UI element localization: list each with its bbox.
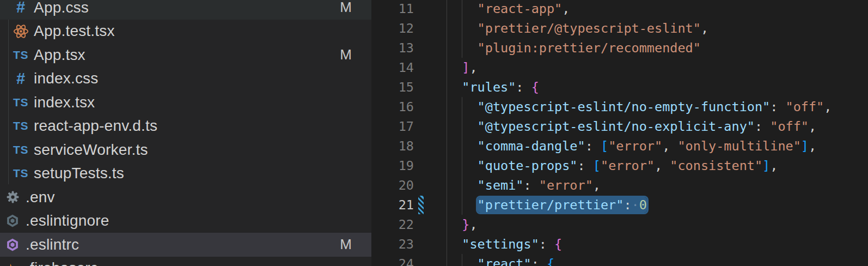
code-text: ], xyxy=(447,58,478,77)
eslint-icon xyxy=(5,213,20,228)
file-name: App.css xyxy=(34,0,89,16)
file-row[interactable]: .eslintrcM xyxy=(0,233,371,257)
line-number: 14 xyxy=(371,58,414,77)
ts-icon: TS xyxy=(13,119,28,132)
file-row[interactable]: TSsetupTests.ts xyxy=(0,162,371,186)
ts-icon: TS xyxy=(13,143,28,156)
line-number: 24 xyxy=(371,254,414,266)
code-text: "plugin:prettier/recommended" xyxy=(447,38,701,58)
code-editor[interactable]: 11 "react-app",12 "prettier/@typescript-… xyxy=(371,0,868,266)
file-name: .eslintrc xyxy=(26,236,79,253)
file-row[interactable]: TSApp.tsxM xyxy=(0,43,371,67)
code-line-13[interactable]: 13 "plugin:prettier/recommended" xyxy=(371,38,868,58)
css-icon: # xyxy=(16,0,25,16)
file-name: index.css xyxy=(34,70,99,87)
file-row[interactable]: .eslintignore xyxy=(0,209,371,233)
modified-badge: M xyxy=(340,236,352,253)
selection-highlight: "prettier/prettier":·0 xyxy=(478,197,647,213)
ts-icon: TS xyxy=(13,49,28,62)
file-row[interactable]: #index.css xyxy=(0,67,371,91)
code-text: "react": { xyxy=(447,254,554,266)
line-number: 17 xyxy=(371,117,414,136)
file-name: .eslintignore xyxy=(26,212,109,229)
code-text: }, xyxy=(447,215,478,234)
code-line-14[interactable]: 14 ], xyxy=(371,58,868,77)
code-text: "rules": { xyxy=(447,77,539,97)
code-text: "@typescript-eslint/no-explicit-any": "o… xyxy=(447,117,816,136)
code-text: "@typescript-eslint/no-empty-function": … xyxy=(447,97,832,117)
modified-badge: M xyxy=(340,0,352,16)
ts-icon: TS xyxy=(13,167,28,180)
code-line-20[interactable]: 20 "semi": "error", xyxy=(371,176,868,195)
line-number: 11 xyxy=(371,0,414,19)
code-text: "semi": "error", xyxy=(447,176,601,195)
code-text: "comma-dangle": ["error", "only-multilin… xyxy=(447,136,816,156)
file-row[interactable]: .firebaserc xyxy=(0,257,371,266)
file-name: App.tsx xyxy=(34,46,85,64)
code-line-15[interactable]: 15 "rules": { xyxy=(371,77,868,97)
file-row[interactable]: TSreact-app-env.d.ts xyxy=(0,114,371,138)
gutter-modified-indicator xyxy=(418,196,424,214)
ts-icon: TS xyxy=(13,96,28,109)
react-icon xyxy=(13,23,29,40)
code-text: "prettier/@typescript-eslint", xyxy=(447,19,708,38)
file-list: #App.cssMApp.test.tsxTSApp.tsxM#index.cs… xyxy=(0,0,371,266)
code-line-24[interactable]: 24 "react": { xyxy=(371,254,868,266)
code-text: "settings": { xyxy=(447,234,562,254)
file-name: index.tsx xyxy=(34,94,95,111)
eslint-icon xyxy=(5,237,20,252)
file-name: setupTests.ts xyxy=(34,165,124,182)
code-line-17[interactable]: 17 "@typescript-eslint/no-explicit-any":… xyxy=(371,117,868,136)
file-name: .firebaserc xyxy=(26,259,98,266)
line-number: 20 xyxy=(371,176,414,195)
code-line-21[interactable]: 21 "prettier/prettier":·0 xyxy=(371,195,868,215)
line-number: 15 xyxy=(371,77,414,97)
code-line-19[interactable]: 19 "quote-props": ["error", "consistent"… xyxy=(371,156,868,176)
file-row[interactable]: App.test.tsx xyxy=(0,20,371,44)
gear-icon xyxy=(6,190,20,204)
file-name: App.test.tsx xyxy=(34,22,115,40)
file-name: .env xyxy=(26,189,55,206)
code-lines: 11 "react-app",12 "prettier/@typescript-… xyxy=(371,0,868,266)
file-row[interactable]: #App.cssM xyxy=(0,0,371,20)
line-number: 19 xyxy=(371,156,414,176)
firebase-icon xyxy=(5,261,20,266)
modified-badge: M xyxy=(340,46,352,63)
code-text: "prettier/prettier":·0 xyxy=(447,195,647,215)
line-number: 22 xyxy=(371,215,414,234)
file-name: react-app-env.d.ts xyxy=(34,117,157,135)
line-number: 13 xyxy=(371,38,414,58)
file-row[interactable]: TSindex.tsx xyxy=(0,90,371,114)
file-row[interactable]: TSserviceWorker.ts xyxy=(0,138,371,162)
file-name: serviceWorker.ts xyxy=(34,141,148,159)
code-text: "react-app", xyxy=(447,0,570,19)
code-line-16[interactable]: 16 "@typescript-eslint/no-empty-function… xyxy=(371,97,868,117)
css-icon: # xyxy=(16,70,25,88)
code-line-12[interactable]: 12 "prettier/@typescript-eslint", xyxy=(371,19,868,38)
line-number: 21 xyxy=(371,195,414,215)
line-number: 16 xyxy=(371,97,414,117)
code-line-22[interactable]: 22 }, xyxy=(371,215,868,234)
code-line-23[interactable]: 23 "settings": { xyxy=(371,234,868,254)
code-line-11[interactable]: 11 "react-app", xyxy=(371,0,868,19)
code-line-18[interactable]: 18 "comma-dangle": ["error", "only-multi… xyxy=(371,136,868,156)
vscode-window: #App.cssMApp.test.tsxTSApp.tsxM#index.cs… xyxy=(0,0,868,266)
line-number: 18 xyxy=(371,136,414,156)
code-text: "quote-props": ["error", "consistent"], xyxy=(447,156,778,176)
line-number: 12 xyxy=(371,19,414,38)
line-number: 23 xyxy=(371,234,414,254)
explorer-sidebar: #App.cssMApp.test.tsxTSApp.tsxM#index.cs… xyxy=(0,0,371,266)
file-row[interactable]: .env xyxy=(0,185,371,209)
